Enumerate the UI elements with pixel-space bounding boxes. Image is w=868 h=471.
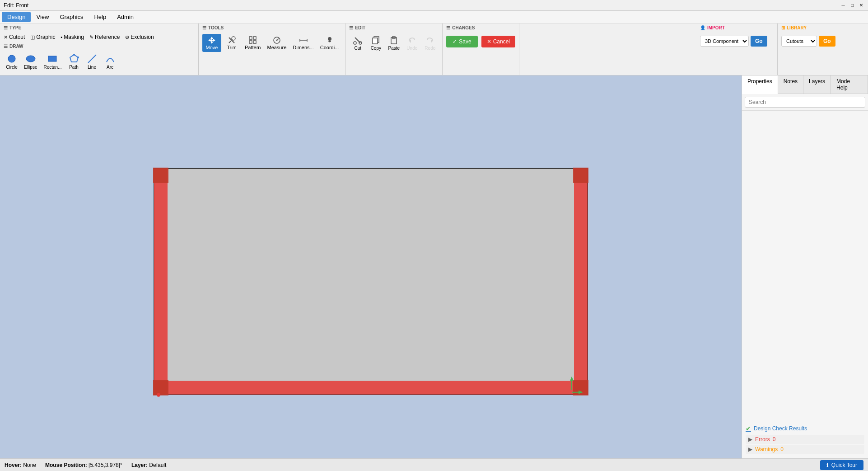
library-select[interactable]: Cutouts Graphics Masks (781, 36, 817, 47)
menu-graphics[interactable]: Graphics (54, 12, 89, 22)
import-person-icon: 👤 (700, 25, 705, 30)
panel-content (742, 111, 868, 421)
edit-redo[interactable]: Redo (421, 34, 439, 52)
maximize-button[interactable]: □ (849, 2, 855, 9)
check-circle-icon: ✔ (746, 425, 751, 432)
warnings-arrow-icon: ▶ (748, 446, 752, 452)
design-check-header[interactable]: ✔ Design Check Results (746, 425, 864, 432)
panel-tabs: Properties Notes Layers Mode Help (742, 75, 868, 94)
info-icon: ℹ (826, 462, 829, 468)
edit-copy[interactable]: Copy (367, 34, 384, 52)
type-reference[interactable]: ✎ Reference (89, 34, 120, 40)
changes-buttons: ✓ Save ✕ Cancel (446, 36, 515, 47)
mouse-position-status: Mouse Position: [5.435,3.978]° (45, 462, 122, 468)
tab-layers[interactable]: Layers (803, 75, 831, 94)
warnings-item[interactable]: ▶ Warnings 0 (746, 445, 864, 454)
menu-help[interactable]: Help (89, 12, 112, 22)
svg-rect-35 (154, 381, 588, 394)
svg-rect-32 (154, 168, 588, 394)
svg-rect-38 (153, 380, 168, 395)
edit-undo[interactable]: Undo (403, 34, 420, 52)
tool-move[interactable]: Move (202, 34, 221, 52)
line-draw-icon (87, 54, 97, 64)
search-input[interactable] (745, 97, 865, 108)
type-cutout[interactable]: ✕ Cutout (4, 34, 25, 40)
tool-trim[interactable]: Trim (222, 34, 241, 52)
svg-point-18 (276, 40, 277, 41)
library-go-button[interactable]: Go (819, 36, 835, 47)
cutout-icon: ✕ (4, 34, 8, 40)
type-section-header: ☰ TYPE (4, 25, 195, 32)
svg-rect-13 (253, 37, 256, 39)
svg-rect-12 (249, 37, 252, 39)
svg-rect-15 (253, 41, 256, 43)
edit-paste[interactable]: Paste (385, 34, 402, 52)
statusbar: Hover: None Mouse Position: [5.435,3.978… (0, 458, 868, 471)
type-section: ☰ TYPE ✕ Cutout ◫ Graphic ▪ Masking ✎ Re… (0, 24, 199, 75)
tool-coordinates[interactable]: Coordi... (317, 34, 342, 52)
tab-properties[interactable]: Properties (742, 75, 778, 94)
library-controls: Cutouts Graphics Masks Go (781, 36, 864, 47)
design-check: ✔ Design Check Results ▶ Errors 0 ▶ Warn… (742, 421, 868, 458)
import-section: 👤 IMPORT 3D Component DXF SVG Go (696, 24, 778, 75)
right-panel: Properties Notes Layers Mode Help ✔ Desi… (742, 75, 868, 458)
tool-measure[interactable]: Measure (264, 34, 289, 52)
redo-icon (425, 36, 434, 45)
masking-icon: ▪ (61, 34, 62, 40)
design-canvas (145, 161, 597, 401)
search-box (742, 94, 868, 111)
draw-path[interactable]: Path (66, 52, 82, 71)
changes-section-header: ☰ CHANGES (446, 25, 515, 32)
draw-line[interactable]: Line (84, 52, 100, 71)
edit-menu-icon: ☰ (349, 25, 353, 30)
edit-cut[interactable]: Cut (349, 34, 366, 52)
menubar: Design View Graphics Help Admin (0, 11, 868, 24)
minimize-button[interactable]: ─ (840, 2, 846, 9)
hover-status: Hover: None (5, 462, 36, 468)
library-section: ⊞ LIBRARY Cutouts Graphics Masks Go (778, 24, 868, 75)
svg-rect-2 (48, 56, 56, 61)
draw-menu-icon: ☰ (4, 44, 8, 49)
type-menu-icon: ☰ (4, 25, 8, 30)
draw-arc[interactable]: Arc (102, 52, 118, 71)
edit-tools-row: Cut Copy Paste (349, 34, 439, 52)
tool-dimensions[interactable]: Dimens... (290, 34, 316, 52)
svg-rect-33 (154, 168, 168, 394)
svg-point-5 (77, 57, 79, 58)
cancel-button[interactable]: ✕ Cancel (481, 36, 515, 47)
menu-view[interactable]: View (31, 12, 54, 22)
canvas-area[interactable] (0, 75, 742, 458)
svg-point-0 (8, 55, 15, 62)
draw-circle[interactable]: Circle (4, 52, 20, 71)
quick-tour-button[interactable]: ℹ Quick Tour (820, 460, 863, 470)
close-button[interactable]: ✕ (858, 2, 864, 9)
type-masking[interactable]: ▪ Masking (61, 34, 84, 40)
tab-mode-help[interactable]: Mode Help (831, 75, 868, 94)
measure-icon (272, 36, 281, 45)
menu-admin[interactable]: Admin (112, 12, 139, 22)
reference-icon: ✎ (89, 34, 93, 40)
svg-point-44 (157, 393, 160, 396)
svg-line-10 (229, 41, 231, 43)
tab-notes[interactable]: Notes (778, 75, 803, 94)
svg-point-24 (354, 42, 356, 44)
undo-icon (407, 36, 416, 45)
menu-design[interactable]: Design (2, 12, 31, 22)
type-graphic[interactable]: ◫ Graphic (30, 34, 55, 40)
import-section-header: 👤 IMPORT (700, 25, 774, 32)
edit-section: ☰ EDIT Cut Copy (345, 24, 443, 75)
import-select[interactable]: 3D Component DXF SVG (700, 36, 749, 47)
type-exclusion[interactable]: ⊘ Exclusion (125, 34, 154, 40)
cancel-x-icon: ✕ (487, 38, 491, 45)
edit-section-header: ☰ EDIT (349, 25, 439, 32)
tools-section-header: ☰ TOOLS (202, 25, 341, 32)
main-content: Properties Notes Layers Mode Help ✔ Desi… (0, 75, 868, 458)
tool-pattern[interactable]: Pattern (242, 34, 263, 52)
errors-item[interactable]: ▶ Errors 0 (746, 435, 864, 444)
draw-rectangle[interactable]: Rectan... (41, 52, 64, 71)
pattern-icon (248, 36, 257, 45)
svg-point-11 (232, 37, 235, 40)
import-go-button[interactable]: Go (751, 36, 767, 47)
draw-ellipse[interactable]: Ellipse (22, 52, 39, 71)
save-button[interactable]: ✓ Save (446, 36, 477, 47)
